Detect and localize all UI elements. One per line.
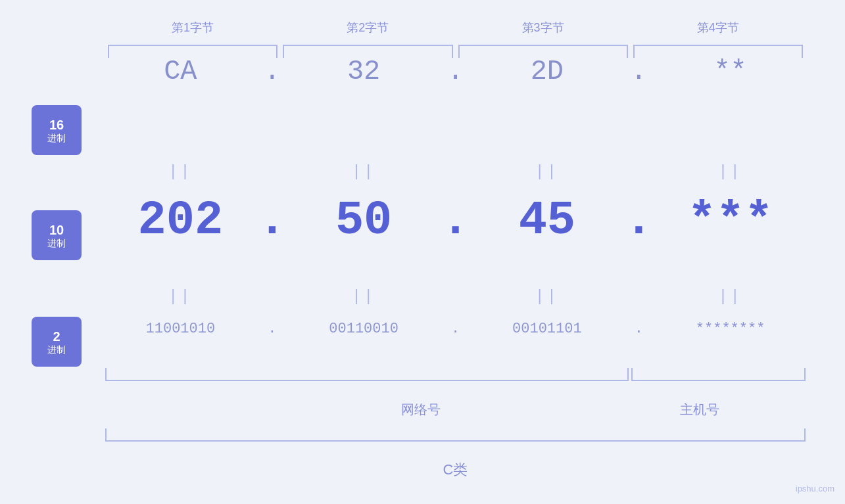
bin-num: 2	[53, 329, 60, 344]
hex-cell-2: 32	[289, 56, 439, 87]
bin-cell-2: 00110010	[289, 321, 439, 337]
page-container: 16 进制 10 进制 2 进制 第1字节 第2字节 第3字节 第4字节 CA …	[0, 0, 845, 504]
bin-row: 11001010 . 00110010 . 00101101 . *******…	[105, 321, 806, 337]
col-header-1: 第1字节	[105, 20, 280, 35]
dot-bin-2: .	[439, 321, 472, 337]
dot-bin-3: .	[622, 321, 655, 337]
eq-cell-4: ||	[655, 163, 806, 181]
bin-cell-3: 00101101	[472, 321, 623, 337]
hex-sub: 进制	[47, 133, 66, 144]
dec-cell-3: 45	[472, 194, 623, 248]
bracket-net	[105, 368, 629, 381]
bin-val-3: 00101101	[512, 321, 582, 337]
dec-cell-2: 50	[289, 194, 439, 248]
hex-cell-1: CA	[105, 56, 256, 87]
hex-cell-4: **	[655, 56, 806, 87]
bracket-class	[105, 428, 806, 442]
hex-val-1: CA	[164, 56, 197, 87]
eq-row-1: || || || ||	[105, 163, 806, 181]
col-header-3: 第3字节	[456, 20, 631, 35]
dec-val-1: 202	[138, 194, 224, 248]
bin-sub: 进制	[47, 344, 66, 355]
dec-num: 10	[49, 222, 64, 238]
eq-cell-1: ||	[105, 163, 256, 181]
dot-hex-3: .	[622, 56, 655, 87]
dec-label: 10 进制	[32, 210, 82, 260]
bin-val-1: 11001010	[146, 321, 216, 337]
dec-cell-1: 202	[105, 194, 256, 248]
dot-dec-2: .	[439, 194, 472, 248]
hex-val-2: 32	[347, 56, 380, 87]
bin-val-2: 00110010	[329, 321, 398, 337]
dot-hex-2: .	[439, 56, 472, 87]
bin-cell-4: ********	[655, 321, 806, 337]
dec-sub: 进制	[47, 238, 66, 249]
eq-cell-5: ||	[105, 288, 256, 306]
bottom-brackets	[105, 368, 806, 381]
dot-dec-3: .	[622, 194, 655, 248]
dot-bin-1: .	[256, 321, 289, 337]
col-header-2: 第2字节	[280, 20, 455, 35]
class-label: C类	[105, 460, 806, 480]
hex-val-3: 2D	[531, 56, 564, 87]
dec-val-4: ***	[688, 194, 773, 248]
dec-val-2: 50	[335, 194, 392, 248]
col-header-4: 第4字节	[631, 20, 806, 35]
eq-cell-3: ||	[472, 163, 623, 181]
dec-cell-4: ***	[655, 194, 806, 248]
bin-label: 2 进制	[32, 317, 82, 367]
dec-row: 202 . 50 . 45 . ***	[105, 194, 806, 248]
eq-cell-2: ||	[289, 163, 439, 181]
hex-num: 16	[49, 117, 64, 133]
eq-cell-6: ||	[289, 288, 439, 306]
host-label: 主机号	[594, 401, 806, 419]
hex-val-4: **	[713, 56, 746, 87]
hex-cell-3: 2D	[472, 56, 623, 87]
watermark: ipshu.com	[796, 484, 834, 493]
bin-val-4: ********	[696, 321, 765, 337]
bracket-host	[631, 368, 806, 381]
eq-cell-7: ||	[472, 288, 623, 306]
eq-row-2: || || || ||	[105, 288, 806, 306]
hex-label: 16 进制	[32, 105, 82, 155]
dec-val-3: 45	[519, 194, 575, 248]
col-headers: 第1字节 第2字节 第3字节 第4字节	[105, 20, 806, 35]
hex-row: CA . 32 . 2D . **	[105, 56, 806, 87]
bin-cell-1: 11001010	[105, 321, 256, 337]
dot-hex-1: .	[256, 56, 289, 87]
eq-cell-8: ||	[655, 288, 806, 306]
dot-dec-1: .	[256, 194, 289, 248]
